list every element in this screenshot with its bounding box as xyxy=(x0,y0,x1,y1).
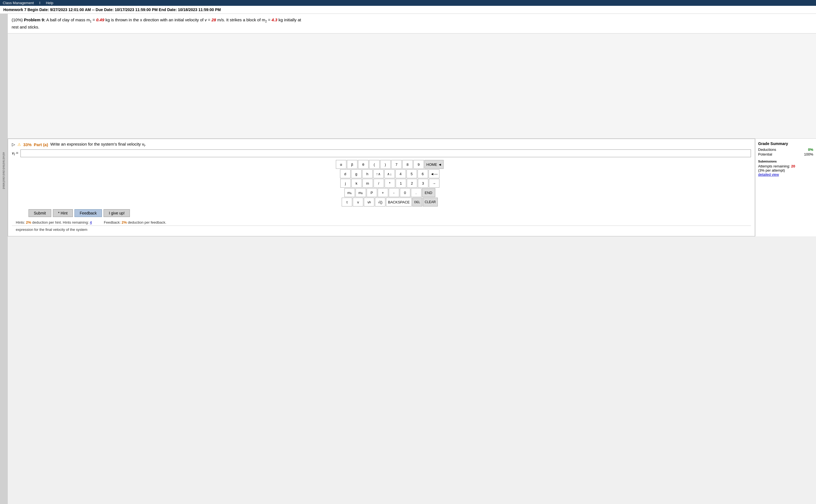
key-d[interactable]: d xyxy=(340,169,350,178)
key-theta[interactable]: θ xyxy=(358,160,368,169)
key-j[interactable]: j xyxy=(340,179,351,188)
potential-row: Potential 100% xyxy=(758,152,813,156)
problem-percent: (10%) xyxy=(12,17,23,22)
key-m[interactable]: m xyxy=(362,179,373,188)
due-date: 10/17/2023 11:59:00 PM xyxy=(115,7,158,12)
left-sidebar: ed ed ted ted cted cted leted xyxy=(0,14,8,504)
action-buttons-row: Submit * Hint Feedback I give up! xyxy=(29,209,751,217)
key-del[interactable]: DEL xyxy=(412,198,422,206)
key-backspace[interactable]: BACKSPACE xyxy=(386,198,412,206)
main-content-wrapper: ▷ ⚠ 33% Part (a) Write an expression for… xyxy=(8,139,816,236)
detailed-view-link[interactable]: detailed view xyxy=(758,172,779,177)
key-5[interactable]: 5 xyxy=(406,169,417,178)
key-sqrt[interactable]: √() xyxy=(375,198,385,206)
diagram-area xyxy=(8,33,816,139)
feedback-button[interactable]: Feedback xyxy=(74,209,102,217)
key-m1[interactable]: m₁ xyxy=(344,188,355,197)
key-8[interactable]: 8 xyxy=(402,160,413,169)
begin-label: Begin Date: xyxy=(27,7,49,12)
answer-input[interactable] xyxy=(20,149,751,157)
keyboard-row-3: j k m / * 1 2 3 → xyxy=(340,179,440,188)
feedback-deduction: 2% xyxy=(122,220,127,224)
hints-label: Hints: xyxy=(16,220,25,224)
submit-button[interactable]: Submit xyxy=(29,209,51,217)
submissions-title: Submissions xyxy=(758,160,813,163)
feedback-label: Feedback: xyxy=(104,220,121,224)
key-2[interactable]: 2 xyxy=(407,179,417,188)
end-label: End Date: xyxy=(159,7,177,12)
sidebar-label-5: cted xyxy=(2,170,6,175)
help-link[interactable]: Help xyxy=(46,1,53,5)
top-navigation-bar: Class Management I Help xyxy=(0,0,816,6)
key-minus[interactable]: - xyxy=(389,188,399,197)
key-right-arrow[interactable]: → xyxy=(429,179,440,188)
key-slash[interactable]: / xyxy=(373,179,384,188)
key-close-paren[interactable]: ) xyxy=(380,160,391,169)
key-7[interactable]: 7 xyxy=(391,160,402,169)
key-9[interactable]: 9 xyxy=(414,160,424,169)
answer-row: vf = xyxy=(12,149,751,157)
problem-text-after-m2: kg initially at xyxy=(278,17,301,22)
key-g[interactable]: g xyxy=(351,169,361,178)
sidebar-label-2: ed xyxy=(2,156,6,159)
key-1[interactable]: 1 xyxy=(396,179,406,188)
key-asterisk[interactable]: * xyxy=(384,179,395,188)
grade-summary-panel: Grade Summary Deductions 0% Potential 10… xyxy=(755,139,816,236)
keyboard-row-5: t v vb √() BACKSPACE DEL CLEAR xyxy=(342,198,438,206)
homework-title: Homework 7 xyxy=(3,7,26,12)
part-a-header: ▷ ⚠ 33% Part (a) Write an expression for… xyxy=(12,142,751,147)
key-alpha[interactable]: α xyxy=(336,160,346,169)
key-open-paren[interactable]: ( xyxy=(369,160,379,169)
key-clear[interactable]: CLEAR xyxy=(423,198,438,206)
key-back-arrow[interactable]: ◄— xyxy=(429,169,440,178)
problem-rest: rest and sticks. xyxy=(12,25,39,29)
give-up-button[interactable]: I give up! xyxy=(104,209,130,217)
attempts-label: Attempts remaining: xyxy=(758,164,790,168)
hints-remaining[interactable]: 4 xyxy=(90,220,92,224)
attempts-value: 20 xyxy=(791,164,795,168)
class-management-link[interactable]: Class Management xyxy=(3,1,34,5)
key-m2[interactable]: m₂ xyxy=(355,188,366,197)
sidebar-label-4: ted xyxy=(2,165,6,169)
key-plus[interactable]: + xyxy=(378,188,388,197)
problem-m1-value: 0.49 xyxy=(96,17,104,22)
key-down-arrow[interactable]: ∧↓ xyxy=(384,169,395,178)
key-4[interactable]: 4 xyxy=(395,169,406,178)
hint-button[interactable]: * Hint xyxy=(53,209,73,217)
key-t[interactable]: t xyxy=(342,198,352,206)
key-beta[interactable]: β xyxy=(347,160,357,169)
problem-area: ▷ ⚠ 33% Part (a) Write an expression for… xyxy=(8,139,755,236)
problem-number: Problem 9: xyxy=(24,17,45,22)
key-h[interactable]: h xyxy=(362,169,373,178)
warning-icon: ⚠ xyxy=(17,142,21,147)
keyboard-row-1: α β θ ( ) 7 8 9 HOME ◄ xyxy=(336,160,444,169)
attempts-row: Attempts remaining: 20 xyxy=(758,164,813,168)
key-vb[interactable]: vb xyxy=(364,198,374,206)
part-percent: 33% xyxy=(23,142,32,147)
key-k[interactable]: k xyxy=(351,179,362,188)
keyboard-row-4: m₁ m₂ P + - 0 . END xyxy=(344,188,435,197)
key-period[interactable]: . xyxy=(411,188,422,197)
key-3[interactable]: 3 xyxy=(418,179,429,188)
begin-date: 9/27/2023 12:01:00 AM xyxy=(50,7,91,12)
problem-m2-value: 4.3 xyxy=(272,17,277,22)
key-P[interactable]: P xyxy=(366,188,377,197)
keyboard-area: α β θ ( ) 7 8 9 HOME ◄ d xyxy=(29,160,751,206)
problem-v-value: 28 xyxy=(211,17,216,22)
sidebar-label-6: cted xyxy=(2,176,6,182)
problem-text-before-m1: A ball of clay of mass m1 xyxy=(46,17,91,22)
hints-deduction: 2% xyxy=(26,220,31,224)
problem-text-after-v: m/s. It strikes a block of m2 = xyxy=(217,17,272,22)
end-date: 10/18/2023 11:59:00 PM xyxy=(178,7,221,12)
potential-value: 100% xyxy=(804,152,813,156)
per-attempt-text: (3% per attempt) xyxy=(758,168,785,172)
key-up-arrow[interactable]: ↑∧ xyxy=(373,169,384,178)
key-end[interactable]: END xyxy=(422,188,435,197)
due-label: -- Due Date: xyxy=(92,7,114,12)
key-home[interactable]: HOME ◄ xyxy=(425,160,444,169)
key-v[interactable]: v xyxy=(353,198,363,206)
expand-icon[interactable]: ▷ xyxy=(12,142,15,147)
key-6[interactable]: 6 xyxy=(418,169,428,178)
key-0[interactable]: 0 xyxy=(400,188,411,197)
problem-m1-equals: = xyxy=(92,17,96,22)
